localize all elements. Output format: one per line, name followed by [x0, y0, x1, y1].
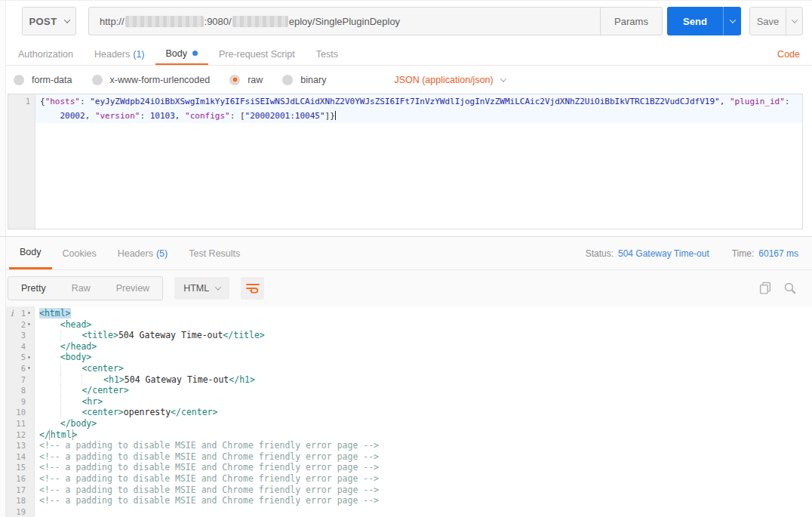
code-line-content: {"hosts": "eyJyZWdpb24iOiBbXSwgIm1kYyI6I… [35, 94, 802, 109]
line-number: 17 [16, 485, 26, 496]
tab-label: Pre-request Script [219, 49, 295, 60]
response-tab-body[interactable]: Body [9, 237, 52, 269]
fold-toggle-icon[interactable]: ▾ [26, 365, 32, 371]
tab-label: Headers [94, 49, 130, 60]
time-value[interactable]: 60167 ms [758, 248, 798, 259]
code-line-content: <!-- a padding to disable MSIE and Chrom… [35, 451, 812, 463]
response-body-editor[interactable]: i 1▾<html>2▾ <head>3 <title>504 Gateway … [6, 306, 812, 517]
line-gutter: 7 [6, 374, 35, 386]
code-token: "plugin_id" [730, 97, 785, 106]
radio-button-icon [282, 75, 293, 85]
code-token: </head> [60, 341, 97, 352]
request-tabs: AuthorizationHeaders(1)BodyPre-request S… [6, 43, 812, 66]
fold-toggle-icon[interactable]: ▾ [26, 322, 32, 328]
format-label: HTML [183, 283, 209, 294]
code-token: : [ [230, 111, 245, 121]
tab-label: Authorization [18, 49, 73, 60]
indent [40, 109, 60, 123]
body-type-binary[interactable]: binary [282, 75, 326, 85]
info-icon[interactable]: i [11, 309, 14, 319]
code-line-content: </body> [35, 418, 812, 429]
line-number: 12 [16, 429, 26, 441]
code-line: 18<!-- a padding to disable MSIE and Chr… [6, 495, 812, 506]
line-gutter: 8 [6, 385, 35, 396]
radio-label: form-data [32, 75, 72, 85]
method-select[interactable]: POST [22, 7, 76, 35]
code-token: openresty [124, 407, 171, 417]
indent [60, 407, 82, 418]
view-pretty[interactable]: Pretty [8, 277, 59, 300]
indent [39, 396, 60, 408]
line-gutter: 5▾ [6, 352, 35, 363]
code-link[interactable]: Code [777, 43, 800, 66]
line-gutter: 13 [6, 440, 35, 451]
response-tab-cookies[interactable]: Cookies [52, 237, 107, 269]
line-gutter: 15 [6, 462, 35, 473]
indent [60, 374, 82, 386]
fold-toggle-icon[interactable]: ▾ [26, 355, 32, 361]
code-line: 19 [6, 506, 812, 517]
word-wrap-icon [246, 282, 260, 294]
line-number: 7 [21, 374, 26, 386]
code-line-content: <!-- a padding to disable MSIE and Chrom… [35, 495, 812, 506]
save-button[interactable]: Save [750, 8, 786, 35]
body-type-x-www-form-urlencoded[interactable]: x-www-form-urlencoded [92, 75, 211, 85]
radio-label: binary [300, 75, 326, 85]
code-line-content: <hr> [35, 396, 812, 408]
tab-body[interactable]: Body [155, 43, 209, 65]
response-tab-test-results[interactable]: Test Results [178, 237, 251, 269]
code-token: > [72, 429, 78, 440]
line-number: 19 [16, 506, 26, 517]
view-raw[interactable]: Raw [59, 277, 103, 300]
indent [60, 385, 82, 396]
code-token: </center> [171, 407, 217, 417]
method-label: POST [29, 16, 57, 27]
line-gutter: 3 [6, 330, 35, 341]
unsaved-dot-icon [192, 51, 198, 56]
code-line: 10 <center>openresty</center> [6, 407, 812, 418]
tab-tests[interactable]: Tests [306, 43, 349, 65]
save-options-button[interactable] [786, 8, 802, 35]
view-preview[interactable]: Preview [103, 277, 162, 300]
tab-authorization[interactable]: Authorization [8, 43, 84, 65]
code-token: "hosts" [45, 97, 80, 106]
code-token: <body> [60, 352, 92, 362]
code-line-content: <h1>504 Gateway Time-out</h1> [35, 374, 812, 386]
code-line: 3 <title>504 Gateway Time-out</title> [6, 330, 812, 341]
code-line: 20002, "version": 10103, "configs": ["20… [8, 109, 802, 123]
status-value[interactable]: 504 Gateway Time-out [618, 248, 709, 259]
line-gutter: 18 [6, 495, 35, 506]
indent [39, 374, 60, 386]
indent [60, 363, 82, 374]
fold-toggle-icon[interactable]: ▾ [26, 310, 32, 316]
code-line: 2▾ <head> [6, 319, 812, 331]
code-token: "20002001:10045" [245, 111, 325, 121]
line-number [8, 109, 35, 123]
content-type-select[interactable]: JSON (application/json) [394, 75, 505, 85]
search-icon[interactable] [783, 282, 797, 295]
send-button[interactable]: Send [667, 7, 723, 35]
body-type-raw[interactable]: raw [229, 75, 263, 85]
line-gutter: 9 [6, 396, 35, 408]
request-body-editor[interactable]: 1{"hosts": "eyJyZWdpb24iOiBbXSwgIm1kYyI6… [8, 94, 803, 229]
code-token: { [40, 97, 45, 106]
send-options-button[interactable] [723, 7, 741, 35]
line-gutter: 17 [6, 485, 35, 496]
response-tab-headers[interactable]: Headers(5) [107, 237, 179, 269]
tab-headers[interactable]: Headers(1) [84, 43, 155, 65]
url-input[interactable]: http://:9080/eploy/SinglePluginDeploy [89, 8, 600, 35]
params-button[interactable]: Params [600, 8, 662, 35]
tab-count-badge: (1) [133, 49, 144, 60]
tab-pre-request-script[interactable]: Pre-request Script [208, 43, 306, 65]
copy-icon[interactable] [758, 282, 772, 295]
response-status-bar: Status: 504 Gateway Time-out Time: 60167… [586, 237, 798, 269]
code-token: , [85, 111, 95, 121]
format-select[interactable]: HTML [174, 277, 229, 300]
response-body-code: 1▾<html>2▾ <head>3 <title>504 Gateway Ti… [6, 308, 812, 517]
body-type-form-data[interactable]: form-data [14, 75, 72, 85]
status-label: Status: [586, 248, 614, 259]
wrap-lines-button[interactable] [241, 277, 264, 300]
line-gutter: 14 [6, 451, 35, 463]
code-line: 15<!-- a padding to disable MSIE and Chr… [6, 462, 812, 473]
line-gutter: 4 [6, 341, 35, 352]
